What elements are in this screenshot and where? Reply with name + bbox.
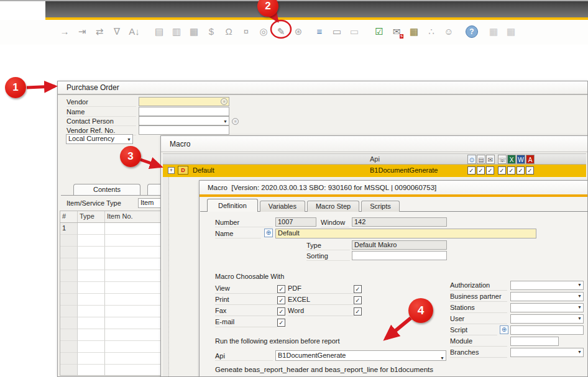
table-cell[interactable] (78, 223, 105, 235)
message-icon[interactable]: ▭ (330, 24, 344, 39)
table-cell[interactable]: 1 (60, 223, 78, 235)
choose-from-list-icon[interactable]: ≡ (221, 98, 227, 105)
user-dropdown[interactable]: ▼ (510, 314, 584, 324)
payment-means-icon[interactable]: ▦ (187, 24, 201, 39)
table-cell[interactable] (60, 235, 78, 247)
macro-name-input[interactable]: Default (275, 229, 536, 238)
message-sent-icon[interactable]: ▭ (347, 24, 361, 39)
addon-grid-icon-1[interactable]: ▦ (487, 24, 500, 39)
contact-list-icon[interactable]: ≡ (232, 118, 239, 125)
macro-row-checkbox-excel[interactable]: ✓ (507, 166, 515, 175)
print-icon[interactable]: ▤ (477, 155, 485, 164)
table-cell[interactable] (105, 317, 165, 329)
business-partner-dropdown[interactable]: ▼ (510, 292, 584, 301)
table-cell[interactable] (105, 306, 165, 317)
tree-expand-icon[interactable]: + (168, 167, 175, 174)
table-cell[interactable] (78, 341, 105, 353)
script-lookup-icon[interactable]: ⊕ (500, 325, 508, 334)
fax-icon[interactable]: ☏ (498, 155, 507, 164)
table-cell[interactable] (60, 329, 78, 341)
table-cell[interactable] (105, 341, 165, 353)
stations-dropdown[interactable]: ▼ (510, 303, 584, 312)
branches-dropdown[interactable]: ▼ (510, 348, 584, 357)
checkbox-e-mail[interactable]: ✓ (277, 319, 285, 327)
table-cell[interactable] (60, 270, 78, 282)
table-cell[interactable] (60, 353, 78, 365)
table-cell[interactable] (78, 247, 105, 258)
macro-row-checkbox-pdf[interactable]: ✓ (526, 166, 534, 175)
link-arrow-icon[interactable]: ⊕ (264, 229, 273, 237)
table-cell[interactable] (60, 365, 78, 376)
checkbox-fax[interactable]: ✓ (277, 307, 285, 316)
copy-to-document-icon[interactable]: ▥ (170, 24, 183, 39)
document-journal-icon[interactable]: ◎ (257, 24, 270, 39)
table-cell[interactable] (105, 235, 165, 247)
checkbox-pdf[interactable]: ✓ (354, 285, 362, 293)
name-input[interactable] (139, 107, 229, 116)
table-cell[interactable] (78, 294, 105, 306)
table-cell[interactable] (78, 329, 105, 341)
macro-row-checkbox-word[interactable]: ✓ (517, 166, 525, 175)
table-cell[interactable] (105, 294, 165, 306)
table-cell[interactable] (60, 317, 78, 329)
table-cell[interactable] (105, 270, 165, 282)
addon-grid-icon-2[interactable]: ▦ (504, 24, 518, 39)
macro-row-checkbox-fax[interactable]: ✓ (498, 166, 506, 175)
table-cell[interactable] (105, 353, 165, 365)
api-column-header[interactable]: Api (370, 155, 380, 163)
email-icon[interactable]: ✉ (486, 155, 495, 164)
table-cell[interactable] (60, 294, 78, 306)
user-icon[interactable]: ☺ (442, 24, 456, 39)
document-settings-icon[interactable]: ⊛ (292, 24, 305, 39)
table-cell[interactable] (60, 247, 78, 258)
authorization-dropdown[interactable]: ▼ (510, 281, 584, 290)
database-tools-icon[interactable]: ≡ (313, 24, 326, 39)
script-input[interactable] (510, 325, 584, 335)
table-cell[interactable] (78, 317, 105, 329)
document-payment-icon[interactable]: ¤ (239, 24, 253, 39)
filter-icon[interactable]: ∇ (110, 24, 124, 39)
table-cell[interactable] (60, 306, 78, 317)
table-cell[interactable] (60, 258, 78, 270)
currency-dropdown[interactable]: Local Currency ▼ (66, 134, 133, 144)
tab-variables[interactable]: Variables (260, 201, 305, 212)
pdf-icon[interactable]: A (526, 155, 535, 164)
table-cell[interactable] (78, 353, 105, 365)
checkbox-excel[interactable]: ✓ (354, 296, 362, 304)
macro-row-checkbox-print[interactable]: ✓ (477, 166, 485, 175)
word-icon[interactable]: W (517, 155, 525, 164)
macro-row-checkbox-email[interactable]: ✓ (486, 166, 494, 175)
checklist-icon[interactable]: ☑ (372, 24, 386, 39)
table-cell[interactable] (60, 282, 78, 294)
table-cell[interactable] (78, 365, 105, 376)
refresh-icon[interactable]: ⇄ (93, 24, 106, 39)
macro-tree-row[interactable]: + D Default B1DocumentGenerate ✓✓✓✓✓✓✓ (163, 165, 586, 177)
macro-row-checkbox-preview[interactable]: ✓ (467, 166, 475, 175)
table-cell[interactable] (105, 258, 165, 270)
calendar-icon[interactable]: ▦ (407, 24, 421, 39)
tab-contents[interactable]: Contents (73, 184, 140, 195)
table-cell[interactable] (78, 258, 105, 270)
preview-icon[interactable]: ⊙ (467, 155, 476, 164)
table-cell[interactable] (105, 223, 165, 235)
tab-definition[interactable]: Definition (207, 199, 258, 212)
checkbox-view[interactable]: ✓ (277, 285, 285, 293)
contact-person-dropdown[interactable]: ▼ (139, 116, 229, 125)
copy-from-document-icon[interactable]: ▤ (152, 24, 166, 39)
volume-weight-icon[interactable]: Ω (222, 24, 236, 39)
checkbox-word[interactable]: ✓ (354, 307, 362, 316)
module-input[interactable] (510, 337, 559, 346)
orgchart-icon[interactable]: ∴ (425, 24, 438, 39)
table-cell[interactable] (105, 282, 165, 294)
mail-icon[interactable]: ✉S (390, 24, 403, 39)
help-icon[interactable]: ? (466, 25, 478, 38)
table-cell[interactable] (78, 235, 105, 247)
vendor-ref-input[interactable] (139, 125, 229, 135)
table-cell[interactable] (78, 282, 105, 294)
checkbox-print[interactable]: ✓ (277, 296, 285, 304)
tab-scripts[interactable]: Scripts (361, 201, 400, 212)
table-cell[interactable] (60, 341, 78, 353)
gross-profit-icon[interactable]: $ (204, 24, 218, 39)
table-cell[interactable] (105, 365, 165, 376)
vendor-input[interactable]: ≡ (139, 97, 229, 106)
